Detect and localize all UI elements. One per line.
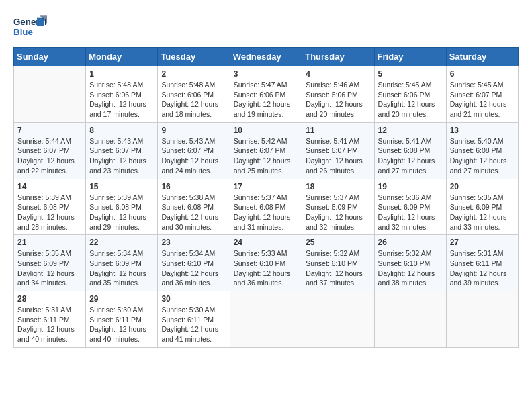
calendar-cell: 6Sunrise: 5:45 AMSunset: 6:07 PMDaylight… [446,66,518,123]
day-number: 19 [378,182,443,191]
day-info: Sunrise: 5:40 AMSunset: 6:08 PMDaylight:… [450,136,515,176]
day-info: Sunrise: 5:45 AMSunset: 6:06 PMDaylight:… [378,80,443,120]
day-info: Sunrise: 5:33 AMSunset: 6:10 PMDaylight:… [234,248,299,288]
day-number: 9 [161,126,226,135]
day-number: 3 [234,69,299,79]
day-info: Sunrise: 5:48 AMSunset: 6:06 PMDaylight:… [89,80,154,120]
calendar-cell: 14Sunrise: 5:39 AMSunset: 6:08 PMDayligh… [14,179,86,235]
calendar-cell: 18Sunrise: 5:37 AMSunset: 6:09 PMDayligh… [302,179,374,235]
calendar-cell: 11Sunrise: 5:41 AMSunset: 6:07 PMDayligh… [302,122,374,179]
day-info: Sunrise: 5:36 AMSunset: 6:09 PMDaylight:… [378,193,443,232]
calendar-cell: 29Sunrise: 5:30 AMSunset: 6:11 PMDayligh… [86,291,158,348]
calendar-cell [14,66,86,123]
day-number: 12 [378,126,443,135]
calendar-week-row: 1Sunrise: 5:48 AMSunset: 6:06 PMDaylight… [14,66,519,123]
calendar-cell: 20Sunrise: 5:35 AMSunset: 6:09 PMDayligh… [446,179,518,235]
calendar-cell: 17Sunrise: 5:37 AMSunset: 6:08 PMDayligh… [230,179,302,235]
day-info: Sunrise: 5:43 AMSunset: 6:07 PMDaylight:… [89,136,154,176]
calendar-cell: 15Sunrise: 5:39 AMSunset: 6:08 PMDayligh… [86,179,158,235]
calendar-cell: 23Sunrise: 5:34 AMSunset: 6:10 PMDayligh… [158,235,230,291]
day-number: 17 [234,182,299,191]
day-info: Sunrise: 5:41 AMSunset: 6:07 PMDaylight:… [306,136,370,176]
calendar-week-row: 7Sunrise: 5:44 AMSunset: 6:07 PMDaylight… [14,122,519,179]
weekday-header-wednesday: Wednesday [230,48,302,66]
svg-text:Blue: Blue [13,27,33,37]
day-info: Sunrise: 5:37 AMSunset: 6:09 PMDaylight:… [306,193,370,232]
calendar-cell: 7Sunrise: 5:44 AMSunset: 6:07 PMDaylight… [14,122,86,179]
day-number: 4 [306,69,370,79]
day-info: Sunrise: 5:34 AMSunset: 6:10 PMDaylight:… [161,248,226,288]
weekday-header-sunday: Sunday [14,48,86,66]
day-info: Sunrise: 5:37 AMSunset: 6:08 PMDaylight:… [234,193,299,232]
day-info: Sunrise: 5:35 AMSunset: 6:09 PMDaylight:… [17,248,82,288]
calendar-header-row: SundayMondayTuesdayWednesdayThursdayFrid… [14,48,519,66]
day-number: 25 [306,238,370,247]
weekday-header-thursday: Thursday [302,48,374,66]
calendar-cell: 27Sunrise: 5:31 AMSunset: 6:11 PMDayligh… [446,235,518,291]
day-info: Sunrise: 5:31 AMSunset: 6:11 PMDaylight:… [17,305,82,345]
calendar-cell: 3Sunrise: 5:47 AMSunset: 6:06 PMDaylight… [230,66,302,123]
weekday-header-tuesday: Tuesday [158,48,230,66]
calendar-cell: 12Sunrise: 5:41 AMSunset: 6:08 PMDayligh… [374,122,446,179]
weekday-header-saturday: Saturday [446,48,518,66]
day-number: 2 [161,69,226,79]
calendar-cell: 30Sunrise: 5:30 AMSunset: 6:11 PMDayligh… [158,291,230,348]
day-number: 8 [89,126,154,135]
day-info: Sunrise: 5:42 AMSunset: 6:07 PMDaylight:… [234,136,299,176]
calendar-table: SundayMondayTuesdayWednesdayThursdayFrid… [13,47,519,348]
day-info: Sunrise: 5:44 AMSunset: 6:07 PMDaylight:… [17,136,82,176]
day-number: 18 [306,182,370,191]
day-info: Sunrise: 5:30 AMSunset: 6:11 PMDaylight:… [161,305,226,345]
logo-icon: General Blue [13,13,47,40]
calendar-week-row: 14Sunrise: 5:39 AMSunset: 6:08 PMDayligh… [14,179,519,235]
day-info: Sunrise: 5:41 AMSunset: 6:08 PMDaylight:… [378,136,443,176]
calendar-cell: 21Sunrise: 5:35 AMSunset: 6:09 PMDayligh… [14,235,86,291]
day-info: Sunrise: 5:39 AMSunset: 6:08 PMDaylight:… [89,193,154,232]
calendar-body: 1Sunrise: 5:48 AMSunset: 6:06 PMDaylight… [14,66,519,348]
calendar-cell [302,291,374,348]
calendar-cell: 13Sunrise: 5:40 AMSunset: 6:08 PMDayligh… [446,122,518,179]
calendar-cell: 9Sunrise: 5:43 AMSunset: 6:07 PMDaylight… [158,122,230,179]
day-info: Sunrise: 5:45 AMSunset: 6:07 PMDaylight:… [450,80,515,120]
calendar-week-row: 28Sunrise: 5:31 AMSunset: 6:11 PMDayligh… [14,291,519,348]
day-info: Sunrise: 5:35 AMSunset: 6:09 PMDaylight:… [450,193,515,232]
calendar-cell: 5Sunrise: 5:45 AMSunset: 6:06 PMDaylight… [374,66,446,123]
day-info: Sunrise: 5:32 AMSunset: 6:10 PMDaylight:… [378,248,443,288]
day-number: 16 [161,182,226,191]
day-number: 10 [234,126,299,135]
calendar-cell: 8Sunrise: 5:43 AMSunset: 6:07 PMDaylight… [86,122,158,179]
calendar-cell [446,291,518,348]
day-number: 11 [306,126,370,135]
day-info: Sunrise: 5:32 AMSunset: 6:10 PMDaylight:… [306,248,370,288]
day-info: Sunrise: 5:38 AMSunset: 6:08 PMDaylight:… [161,193,226,232]
calendar-cell: 19Sunrise: 5:36 AMSunset: 6:09 PMDayligh… [374,179,446,235]
day-number: 6 [450,69,515,79]
calendar-cell: 25Sunrise: 5:32 AMSunset: 6:10 PMDayligh… [302,235,374,291]
day-info: Sunrise: 5:39 AMSunset: 6:08 PMDaylight:… [17,193,82,232]
day-number: 24 [234,238,299,247]
calendar-cell [230,291,302,348]
weekday-header-friday: Friday [374,48,446,66]
calendar-cell: 22Sunrise: 5:34 AMSunset: 6:09 PMDayligh… [86,235,158,291]
day-number: 28 [17,294,82,304]
calendar-cell: 4Sunrise: 5:46 AMSunset: 6:06 PMDaylight… [302,66,374,123]
day-number: 26 [378,238,443,247]
day-info: Sunrise: 5:48 AMSunset: 6:06 PMDaylight:… [161,80,226,120]
day-number: 1 [89,69,154,79]
logo: General Blue [13,13,47,40]
calendar-cell: 10Sunrise: 5:42 AMSunset: 6:07 PMDayligh… [230,122,302,179]
day-number: 7 [17,126,82,135]
day-number: 30 [161,294,226,304]
day-info: Sunrise: 5:43 AMSunset: 6:07 PMDaylight:… [161,136,226,176]
calendar-cell: 1Sunrise: 5:48 AMSunset: 6:06 PMDaylight… [86,66,158,123]
calendar-cell: 24Sunrise: 5:33 AMSunset: 6:10 PMDayligh… [230,235,302,291]
day-info: Sunrise: 5:30 AMSunset: 6:11 PMDaylight:… [89,305,154,345]
day-number: 15 [89,182,154,191]
calendar-cell: 28Sunrise: 5:31 AMSunset: 6:11 PMDayligh… [14,291,86,348]
day-number: 27 [450,238,515,247]
day-number: 20 [450,182,515,191]
day-number: 21 [17,238,82,247]
page-header: General Blue [13,13,519,40]
calendar-cell [374,291,446,348]
day-number: 23 [161,238,226,247]
